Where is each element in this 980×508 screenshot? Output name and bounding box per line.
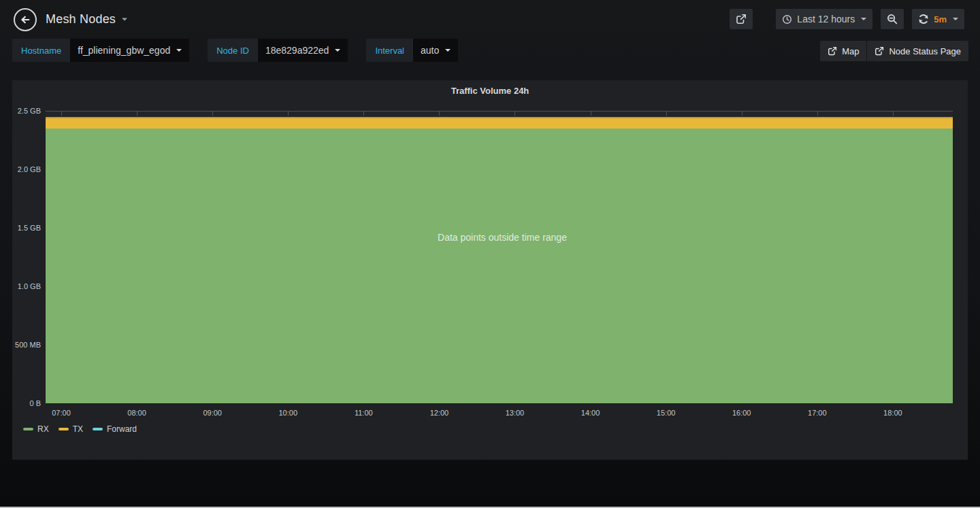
map-link-label: Map — [842, 46, 859, 56]
refresh-button[interactable]: 5m — [912, 9, 964, 29]
y-axis: 2.5 GB2.0 GB1.5 GB1.0 GB500 MB0 B — [12, 111, 41, 403]
panel-title[interactable]: Traffic Volume 24h — [12, 80, 968, 96]
refresh-interval-label: 5m — [934, 14, 947, 24]
time-range-label: Last 12 hours — [797, 14, 855, 24]
share-icon — [736, 14, 747, 24]
variable-interval-select[interactable]: auto — [413, 39, 458, 62]
chevron-down-icon — [335, 49, 340, 52]
time-range-picker[interactable]: Last 12 hours — [776, 9, 872, 29]
chevron-down-icon — [176, 49, 182, 52]
node-status-page-link-button[interactable]: Node Status Page — [867, 41, 968, 61]
chevron-down-icon — [861, 18, 866, 20]
back-button[interactable] — [14, 8, 37, 31]
axis-tick-mark — [439, 112, 440, 116]
variable-hostname-value: ff_pliening_gbw_egod — [78, 45, 170, 56]
x-tick-label: 16:00 — [732, 409, 751, 417]
x-tick-label: 09:00 — [203, 409, 222, 417]
submenu-bar: Hostname ff_pliening_gbw_egod Node ID 18… — [0, 38, 980, 69]
refresh-icon — [918, 14, 929, 24]
legend-series-name: Forward — [107, 424, 137, 434]
variable-hostname: Hostname ff_pliening_gbw_egod — [12, 39, 189, 62]
traffic-volume-panel: Traffic Volume 24h 2.5 GB2.0 GB1.5 GB1.0… — [12, 80, 968, 460]
zoom-out-button[interactable] — [881, 9, 904, 29]
legend-color-dash — [23, 428, 33, 430]
y-tick-label: 0 B — [12, 399, 41, 407]
x-tick-label: 17:00 — [808, 409, 827, 417]
arrow-left-icon — [19, 14, 31, 26]
map-link-button[interactable]: Map — [820, 41, 866, 61]
x-tick-label: 15:00 — [657, 409, 676, 417]
x-tick-label: 11:00 — [355, 409, 373, 417]
x-tick-label: 18:00 — [883, 409, 902, 417]
x-tick-label: 08:00 — [127, 409, 146, 417]
x-tick-label: 14:00 — [581, 409, 600, 417]
legend-item-tx[interactable]: TX — [59, 424, 83, 434]
legend-series-name: RX — [37, 424, 49, 434]
legend-item-rx[interactable]: RX — [23, 424, 49, 434]
axis-tick-mark — [212, 112, 213, 116]
clock-icon — [782, 14, 792, 24]
variable-interval: Interval auto — [366, 39, 458, 62]
axis-tick-mark — [591, 112, 591, 116]
axis-tick-mark — [742, 112, 742, 116]
plot-area[interactable]: Data points outside time range — [46, 111, 953, 403]
series-band-rx — [46, 129, 953, 403]
dashboard-links: Map Node Status Page — [820, 41, 968, 61]
header-bar: Mesh Nodes Last 12 ho — [0, 0, 980, 38]
x-tick-label: 07:00 — [52, 409, 71, 417]
variable-nodeid-value: 18e829a922ed — [265, 45, 329, 56]
chevron-down-icon — [445, 49, 451, 52]
y-tick-label: 1.0 GB — [12, 282, 41, 290]
y-tick-label: 2.0 GB — [12, 165, 41, 173]
dashboard-title-dropdown[interactable]: Mesh Nodes — [46, 12, 127, 27]
variable-hostname-label: Hostname — [12, 39, 70, 62]
variable-nodeid: Node ID 18e829a922ed — [208, 39, 348, 62]
x-tick-label: 13:00 — [506, 409, 525, 417]
x-tick-label: 10:00 — [278, 409, 297, 417]
x-axis: 07:0008:0009:0010:0011:0012:0013:0014:00… — [46, 403, 953, 418]
x-tick-label: 12:00 — [430, 409, 449, 417]
axis-tick-mark — [363, 112, 364, 116]
dashboard-toolbar: Last 12 hours — [730, 9, 964, 29]
variable-nodeid-select[interactable]: 18e829a922ed — [258, 39, 348, 62]
axis-tick-mark — [514, 112, 515, 116]
y-tick-label: 1.5 GB — [12, 224, 41, 232]
legend-series-name: TX — [73, 424, 83, 434]
y-tick-label: 2.5 GB — [12, 107, 41, 115]
external-link-icon — [828, 46, 837, 56]
legend-item-forward[interactable]: Forward — [93, 424, 137, 434]
share-button[interactable] — [730, 9, 753, 29]
axis-tick-mark — [137, 112, 137, 116]
axis-tick-mark — [61, 112, 62, 116]
grafana-dashboard: Mesh Nodes Last 12 ho — [0, 0, 980, 508]
external-link-icon — [875, 46, 884, 56]
axis-tick-mark — [288, 112, 289, 116]
template-variables: Hostname ff_pliening_gbw_egod Node ID 18… — [12, 39, 458, 62]
chevron-down-icon — [953, 18, 958, 20]
node-status-page-link-label: Node Status Page — [889, 46, 961, 56]
series-band-tx — [46, 117, 953, 129]
variable-nodeid-label: Node ID — [208, 39, 258, 62]
axis-tick-mark — [666, 112, 667, 116]
dashboard-title: Mesh Nodes — [46, 12, 116, 27]
variable-hostname-select[interactable]: ff_pliening_gbw_egod — [70, 39, 189, 62]
legend: RXTXForward — [23, 424, 137, 434]
legend-color-dash — [93, 428, 103, 430]
chevron-down-icon — [122, 18, 127, 20]
y-tick-label: 500 MB — [12, 341, 41, 349]
axis-tick-mark — [817, 112, 818, 116]
variable-interval-label: Interval — [366, 39, 413, 62]
zoom-out-icon — [887, 14, 898, 24]
axis-tick-mark — [893, 112, 894, 116]
variable-interval-value: auto — [421, 45, 439, 56]
legend-color-dash — [59, 428, 69, 430]
